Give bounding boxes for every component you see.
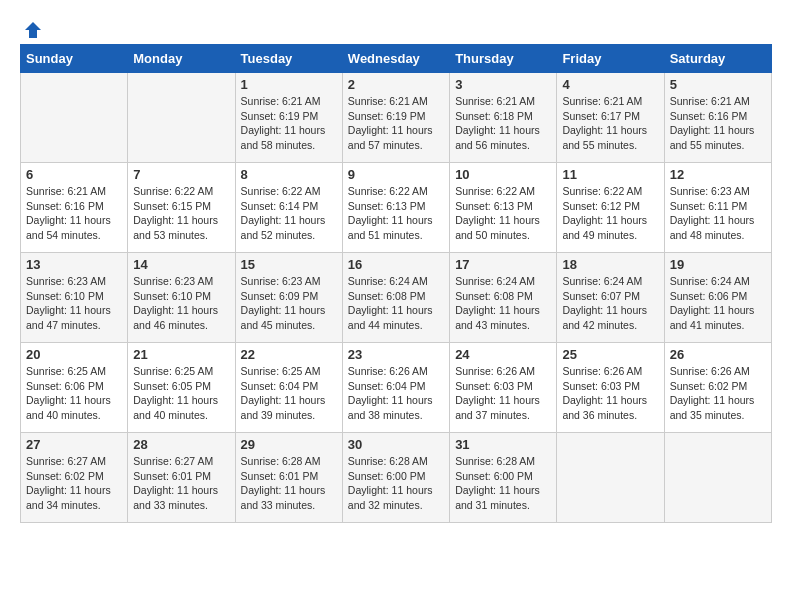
calendar-cell: 1Sunrise: 6:21 AMSunset: 6:19 PMDaylight… [235,73,342,163]
day-info: Sunrise: 6:22 AMSunset: 6:13 PMDaylight:… [348,184,444,243]
day-info: Sunrise: 6:26 AMSunset: 6:04 PMDaylight:… [348,364,444,423]
calendar-cell: 2Sunrise: 6:21 AMSunset: 6:19 PMDaylight… [342,73,449,163]
day-info: Sunrise: 6:23 AMSunset: 6:09 PMDaylight:… [241,274,337,333]
day-number: 13 [26,257,122,272]
day-info: Sunrise: 6:26 AMSunset: 6:02 PMDaylight:… [670,364,766,423]
day-number: 24 [455,347,551,362]
day-number: 19 [670,257,766,272]
calendar-cell: 16Sunrise: 6:24 AMSunset: 6:08 PMDayligh… [342,253,449,343]
calendar-cell: 11Sunrise: 6:22 AMSunset: 6:12 PMDayligh… [557,163,664,253]
day-number: 16 [348,257,444,272]
day-number: 4 [562,77,658,92]
calendar-cell: 17Sunrise: 6:24 AMSunset: 6:08 PMDayligh… [450,253,557,343]
day-info: Sunrise: 6:22 AMSunset: 6:13 PMDaylight:… [455,184,551,243]
day-number: 8 [241,167,337,182]
page-header [20,20,772,34]
day-info: Sunrise: 6:25 AMSunset: 6:04 PMDaylight:… [241,364,337,423]
day-number: 20 [26,347,122,362]
weekday-header-thursday: Thursday [450,45,557,73]
day-number: 21 [133,347,229,362]
calendar-cell: 12Sunrise: 6:23 AMSunset: 6:11 PMDayligh… [664,163,771,253]
day-info: Sunrise: 6:25 AMSunset: 6:05 PMDaylight:… [133,364,229,423]
calendar-cell: 13Sunrise: 6:23 AMSunset: 6:10 PMDayligh… [21,253,128,343]
day-number: 12 [670,167,766,182]
calendar-cell: 3Sunrise: 6:21 AMSunset: 6:18 PMDaylight… [450,73,557,163]
weekday-header-friday: Friday [557,45,664,73]
day-number: 22 [241,347,337,362]
day-number: 26 [670,347,766,362]
day-info: Sunrise: 6:22 AMSunset: 6:15 PMDaylight:… [133,184,229,243]
calendar-cell: 23Sunrise: 6:26 AMSunset: 6:04 PMDayligh… [342,343,449,433]
day-number: 30 [348,437,444,452]
calendar-week-row: 13Sunrise: 6:23 AMSunset: 6:10 PMDayligh… [21,253,772,343]
calendar-cell: 28Sunrise: 6:27 AMSunset: 6:01 PMDayligh… [128,433,235,523]
weekday-header-monday: Monday [128,45,235,73]
day-number: 7 [133,167,229,182]
day-info: Sunrise: 6:24 AMSunset: 6:08 PMDaylight:… [348,274,444,333]
calendar-cell: 15Sunrise: 6:23 AMSunset: 6:09 PMDayligh… [235,253,342,343]
calendar-cell: 29Sunrise: 6:28 AMSunset: 6:01 PMDayligh… [235,433,342,523]
day-number: 11 [562,167,658,182]
day-info: Sunrise: 6:27 AMSunset: 6:01 PMDaylight:… [133,454,229,513]
calendar-cell: 25Sunrise: 6:26 AMSunset: 6:03 PMDayligh… [557,343,664,433]
day-info: Sunrise: 6:24 AMSunset: 6:07 PMDaylight:… [562,274,658,333]
day-info: Sunrise: 6:28 AMSunset: 6:01 PMDaylight:… [241,454,337,513]
calendar-table: SundayMondayTuesdayWednesdayThursdayFrid… [20,44,772,523]
calendar-cell [557,433,664,523]
day-info: Sunrise: 6:23 AMSunset: 6:10 PMDaylight:… [26,274,122,333]
day-info: Sunrise: 6:21 AMSunset: 6:16 PMDaylight:… [670,94,766,153]
day-number: 5 [670,77,766,92]
calendar-cell: 18Sunrise: 6:24 AMSunset: 6:07 PMDayligh… [557,253,664,343]
day-number: 18 [562,257,658,272]
weekday-header-wednesday: Wednesday [342,45,449,73]
calendar-cell: 26Sunrise: 6:26 AMSunset: 6:02 PMDayligh… [664,343,771,433]
day-info: Sunrise: 6:21 AMSunset: 6:18 PMDaylight:… [455,94,551,153]
day-number: 15 [241,257,337,272]
weekday-header-sunday: Sunday [21,45,128,73]
day-number: 6 [26,167,122,182]
calendar-cell: 24Sunrise: 6:26 AMSunset: 6:03 PMDayligh… [450,343,557,433]
day-number: 14 [133,257,229,272]
calendar-cell: 4Sunrise: 6:21 AMSunset: 6:17 PMDaylight… [557,73,664,163]
day-info: Sunrise: 6:26 AMSunset: 6:03 PMDaylight:… [455,364,551,423]
calendar-cell: 8Sunrise: 6:22 AMSunset: 6:14 PMDaylight… [235,163,342,253]
day-info: Sunrise: 6:21 AMSunset: 6:17 PMDaylight:… [562,94,658,153]
day-number: 25 [562,347,658,362]
day-number: 9 [348,167,444,182]
day-number: 27 [26,437,122,452]
calendar-week-row: 20Sunrise: 6:25 AMSunset: 6:06 PMDayligh… [21,343,772,433]
day-info: Sunrise: 6:25 AMSunset: 6:06 PMDaylight:… [26,364,122,423]
logo-icon [23,20,43,40]
weekday-header-saturday: Saturday [664,45,771,73]
day-number: 29 [241,437,337,452]
day-info: Sunrise: 6:24 AMSunset: 6:06 PMDaylight:… [670,274,766,333]
calendar-cell: 14Sunrise: 6:23 AMSunset: 6:10 PMDayligh… [128,253,235,343]
calendar-cell [128,73,235,163]
day-info: Sunrise: 6:23 AMSunset: 6:10 PMDaylight:… [133,274,229,333]
day-info: Sunrise: 6:21 AMSunset: 6:16 PMDaylight:… [26,184,122,243]
day-info: Sunrise: 6:23 AMSunset: 6:11 PMDaylight:… [670,184,766,243]
day-info: Sunrise: 6:26 AMSunset: 6:03 PMDaylight:… [562,364,658,423]
calendar-cell: 10Sunrise: 6:22 AMSunset: 6:13 PMDayligh… [450,163,557,253]
day-info: Sunrise: 6:22 AMSunset: 6:14 PMDaylight:… [241,184,337,243]
calendar-cell [21,73,128,163]
calendar-cell [664,433,771,523]
calendar-cell: 7Sunrise: 6:22 AMSunset: 6:15 PMDaylight… [128,163,235,253]
calendar-cell: 21Sunrise: 6:25 AMSunset: 6:05 PMDayligh… [128,343,235,433]
logo [20,20,43,34]
day-info: Sunrise: 6:27 AMSunset: 6:02 PMDaylight:… [26,454,122,513]
calendar-cell: 27Sunrise: 6:27 AMSunset: 6:02 PMDayligh… [21,433,128,523]
day-info: Sunrise: 6:21 AMSunset: 6:19 PMDaylight:… [241,94,337,153]
day-info: Sunrise: 6:24 AMSunset: 6:08 PMDaylight:… [455,274,551,333]
calendar-cell: 9Sunrise: 6:22 AMSunset: 6:13 PMDaylight… [342,163,449,253]
calendar-cell: 20Sunrise: 6:25 AMSunset: 6:06 PMDayligh… [21,343,128,433]
calendar-cell: 22Sunrise: 6:25 AMSunset: 6:04 PMDayligh… [235,343,342,433]
weekday-header-row: SundayMondayTuesdayWednesdayThursdayFrid… [21,45,772,73]
day-info: Sunrise: 6:28 AMSunset: 6:00 PMDaylight:… [455,454,551,513]
day-info: Sunrise: 6:22 AMSunset: 6:12 PMDaylight:… [562,184,658,243]
day-number: 10 [455,167,551,182]
day-info: Sunrise: 6:28 AMSunset: 6:00 PMDaylight:… [348,454,444,513]
day-number: 2 [348,77,444,92]
day-number: 31 [455,437,551,452]
day-number: 23 [348,347,444,362]
